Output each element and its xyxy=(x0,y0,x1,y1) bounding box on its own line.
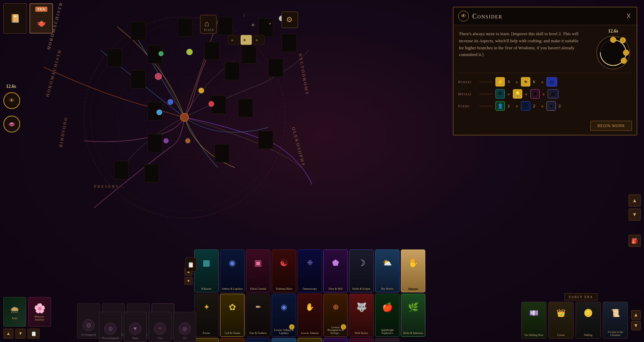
card-sabazine[interactable]: ✋ Sabazine xyxy=(401,249,425,292)
tea-badge: TEA xyxy=(35,7,47,12)
card-wolf-stories[interactable]: 🐺 Wolf Stories xyxy=(349,294,374,337)
early-era-label: EARLY ERA xyxy=(565,293,597,300)
card-fucine[interactable]: ✦ Fucine xyxy=(194,294,219,337)
bag-icon-button[interactable]: 🎒 xyxy=(629,235,641,247)
deck-button[interactable]: 📋 xyxy=(28,329,40,339)
card-sickle-eclipse[interactable]: ☽ Sickle & Eclipse xyxy=(349,249,374,292)
nav-down-button[interactable]: ▼ xyxy=(15,329,25,339)
card-letter-librarian[interactable]: 📜 A Letter to the Librarian xyxy=(603,302,628,339)
clock-badge-2: 2 xyxy=(620,37,626,43)
nav-up-button[interactable]: ▲ xyxy=(3,329,13,339)
card-spices[interactable]: 🌶 Spices & Savours xyxy=(220,338,245,342)
myself-stat-row: Myself 👁 ◆ 💡 ◆ ❋ ◆ ⊞ xyxy=(458,89,632,99)
deck-view-button[interactable]: 📋 xyxy=(185,258,196,272)
card-tridesma-hiera[interactable]: ☯ Tridesma Hiera xyxy=(272,249,296,292)
br-scroll-up[interactable]: ▲ xyxy=(631,310,641,320)
left-lips-button[interactable]: 👄 xyxy=(3,116,20,132)
card-phost-fatigued[interactable]: ⊙ Phost [fatigued] xyxy=(99,312,122,342)
glastery-art: ✦ xyxy=(195,338,218,342)
anbary-art: ◉ xyxy=(220,250,244,276)
card-herbs-infusions[interactable]: 🌿 Herbs & Infusions xyxy=(401,294,425,337)
card-resurgences[interactable]: 🌊 Resurgences & Emergences xyxy=(246,338,270,342)
lesson-anbary-label: Lesson: Anbary & Lapidary xyxy=(273,329,295,335)
card-anbary-lapidary[interactable]: ◉ Anbary & Lapidary xyxy=(220,249,245,292)
card-fet-fatigued[interactable]: ⊙ Fet [fatigued] xyxy=(77,303,100,339)
svg-rect-10 xyxy=(205,42,219,60)
card-coil-chasm[interactable]: ✿ Coil & Chasm xyxy=(220,294,245,337)
lesson-res-art: ⊕ xyxy=(324,294,347,320)
card-lesson-sabazin[interactable]: ✋ Lesson: Sabazin xyxy=(298,294,322,337)
ouranoscopy-label: Ouranoscopy xyxy=(299,288,321,291)
card-rain[interactable]: 🌧 Rain xyxy=(3,297,26,327)
svg-rect-17 xyxy=(211,96,226,114)
fet-bottom-icon: ◎ xyxy=(179,323,191,335)
card-lesson-resurgences[interactable]: ⊕ Lesson: Resurgences & Emerge... ! xyxy=(323,294,348,337)
bottom-left-nav-buttons: ▲ ▼ 📋 xyxy=(3,329,40,339)
svg-point-57 xyxy=(621,58,627,63)
card-killasimi[interactable]: ▦ Killasimi xyxy=(194,249,219,292)
consider-close-button[interactable]: X xyxy=(625,13,632,20)
coil-art: ✿ xyxy=(220,294,244,320)
card-trist[interactable]: ≈ Trist xyxy=(149,312,171,342)
card-edicts-liminal[interactable]: ▣ Edicts Liminal xyxy=(246,249,270,292)
svg-rect-46 xyxy=(200,15,216,34)
svg-point-34 xyxy=(279,16,284,21)
forms-val3: 2 xyxy=(558,103,564,109)
tridesma-label: Tridesma Hiera xyxy=(273,288,295,291)
svg-point-33 xyxy=(159,51,163,56)
br-scroll-nav: ▲ ▼ xyxy=(631,310,641,330)
card-slot-1[interactable]: 📔 xyxy=(3,3,27,34)
ragged-art: ✦ xyxy=(272,338,296,342)
svg-rect-20 xyxy=(215,144,229,162)
furs-label: Furs & Feathers xyxy=(247,332,269,335)
card-ragged-crossroads[interactable]: ✦ Ragged Crossroads xyxy=(272,338,296,342)
door-label: Door & Wall xyxy=(324,288,347,291)
card-shilling[interactable]: 🪙 Shilling xyxy=(576,302,601,339)
svg-text:ll: ll xyxy=(244,38,246,42)
svg-rect-7 xyxy=(258,18,273,37)
svg-text:PLACE: PLACE xyxy=(204,28,214,32)
phost-icon: ⊙ xyxy=(104,323,116,335)
svg-point-55 xyxy=(610,37,616,43)
powers-divider xyxy=(479,82,493,82)
card-memory-intuition[interactable]: 🌸 Memory: Intuition xyxy=(28,297,51,327)
card-door-wall[interactable]: ⬟ Door & Wall xyxy=(323,249,348,292)
card-furs-feathers[interactable]: ✒ Furs & Feathers xyxy=(246,294,270,337)
svg-text:☽: ☽ xyxy=(241,13,245,18)
myself-divider xyxy=(479,94,493,94)
card-lesson-anbary[interactable]: ◉ Lesson: Anbary & Lapidary ! xyxy=(272,294,296,337)
shilling-art: 🪙 xyxy=(576,302,600,324)
card-sky-stories[interactable]: ⛅ Sky Stories xyxy=(375,249,399,292)
crown-art: 👑 xyxy=(549,302,573,324)
consider-description: There's always more to learn. [Improve t… xyxy=(453,25,590,73)
tray-scroll-down[interactable]: ▼ xyxy=(184,277,193,285)
forms-icon-shield: 🛡 xyxy=(521,101,530,111)
scroll-up-button[interactable]: ▲ xyxy=(629,194,641,207)
card-inks-revelation[interactable]: ✍ Inks of Revelation xyxy=(323,338,348,342)
sky-label: Sky Stories xyxy=(376,288,398,291)
card-tea[interactable]: TEA 🫖 xyxy=(30,3,53,34)
left-eye-button[interactable]: 👁 xyxy=(3,92,20,109)
lesson-sab-art: ✋ xyxy=(298,294,322,320)
powers-val1: 3 xyxy=(507,79,513,84)
bottom-fatigued-row: ⊙ Phost [fatigued] ♥ Shapt ≈ Trist ◎ Fet xyxy=(99,312,196,342)
card-strings-songs[interactable]: ♪ Strings & Songs xyxy=(349,338,374,342)
card-bells[interactable]: 🔔 Bells & Brazieries xyxy=(298,338,322,342)
card-applebright[interactable]: 🍎 Applebright Euphonics xyxy=(375,294,399,337)
sky-art: ⛅ xyxy=(375,250,399,276)
card-crown[interactable]: 👑 Crown xyxy=(548,302,574,339)
card-ten-shilling[interactable]: 💷 Ten Shilling Note xyxy=(521,302,546,339)
svg-point-25 xyxy=(180,113,189,121)
card-shapt[interactable]: ♥ Shapt xyxy=(124,312,147,342)
card-desires[interactable]: ⊗ Desires & Disolutions xyxy=(375,338,399,342)
forms-icon-figure: 👤 xyxy=(495,101,505,111)
card-glastery[interactable]: ✦ Glastery & Lightsmithing xyxy=(194,338,219,342)
powers-val2: 6 xyxy=(533,79,538,84)
sickle-art: ☽ xyxy=(350,250,373,276)
scroll-down-button[interactable]: ▼ xyxy=(629,209,641,221)
card-fet-bottom[interactable]: ◎ Fet xyxy=(173,312,196,342)
card-ouranoscopy[interactable]: ❈ Ouranoscopy xyxy=(298,249,322,292)
svg-rect-22 xyxy=(114,161,129,179)
begin-work-button[interactable]: BEGIN WORK xyxy=(590,121,632,131)
br-scroll-down[interactable]: ▼ xyxy=(631,321,641,330)
